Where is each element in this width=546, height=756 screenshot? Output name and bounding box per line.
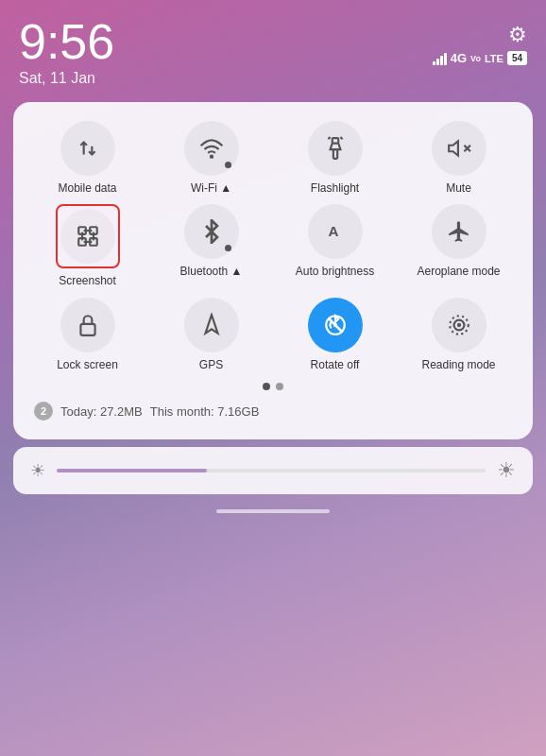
network-label: 4G (451, 51, 467, 65)
wifi-label: Wi-Fi ▲ (191, 181, 231, 195)
tile-mute[interactable]: Mute (400, 121, 518, 195)
flashlight-icon (323, 136, 348, 161)
tile-screenshot[interactable]: Screenshot (28, 204, 146, 287)
gps-icon-circle (184, 298, 239, 352)
tile-lock-screen[interactable]: Lock screen (28, 298, 146, 371)
reading-mode-icon-circle (432, 298, 486, 352)
brightness-max-icon: ☀ (497, 458, 516, 483)
screenshot-label: Screenshot (59, 274, 116, 287)
rotate-off-icon (323, 313, 348, 337)
aeroplane-label: Aeroplane mode (417, 265, 500, 278)
screenshot-icon-circle (60, 209, 115, 264)
tile-aeroplane[interactable]: Aeroplane mode (400, 204, 518, 287)
tile-gps[interactable]: GPS (152, 298, 270, 371)
svg-text:A: A (328, 224, 338, 240)
aeroplane-icon-circle (432, 204, 486, 259)
wifi-icon (199, 136, 224, 161)
svg-point-24 (456, 323, 460, 327)
lock-screen-label: Lock screen (57, 358, 118, 371)
mobile-data-label: Mobile data (58, 181, 116, 195)
lte-label: LTE (485, 53, 503, 64)
reading-mode-label: Reading mode (421, 358, 495, 371)
svg-line-5 (328, 137, 330, 139)
auto-brightness-icon-circle: A (308, 204, 363, 259)
auto-brightness-label: Auto brightness (296, 265, 374, 278)
tile-reading-mode[interactable]: Reading mode (400, 298, 518, 371)
svg-rect-4 (333, 149, 336, 159)
home-bar (0, 502, 546, 517)
flashlight-icon-circle (308, 121, 363, 176)
gps-label: GPS (199, 358, 223, 371)
brightness-bar[interactable]: ☀ ☀ (13, 447, 533, 494)
svg-line-6 (340, 137, 342, 139)
bluetooth-label: Bluetooth ▲ (180, 265, 243, 278)
lock-screen-icon (76, 313, 100, 337)
mobile-data-icon-circle (60, 121, 115, 176)
battery-indicator: 54 (507, 51, 527, 65)
mute-icon-circle (432, 121, 486, 176)
mobile-data-icon (76, 136, 100, 161)
mute-label: Mute (446, 181, 471, 195)
brightness-track[interactable] (57, 469, 486, 472)
svg-rect-18 (80, 324, 94, 335)
lock-screen-icon-circle (60, 298, 115, 352)
status-right: ⚙ 4G Vo LTE 54 (433, 17, 527, 65)
tiles-grid: Mobile data Wi-Fi ▲ (28, 121, 518, 371)
data-today: Today: 27.2MB (60, 404, 143, 419)
dot-2 (276, 383, 283, 390)
quick-settings-panel: Mobile data Wi-Fi ▲ (13, 102, 533, 439)
wifi-icon-circle (184, 121, 239, 176)
tile-auto-brightness[interactable]: A Auto brightness (276, 204, 394, 287)
dot-1 (263, 383, 270, 390)
vo-label: Vo (470, 54, 481, 63)
brightness-min-icon: ☀ (30, 460, 45, 481)
signal-icon (433, 52, 447, 65)
svg-point-2 (210, 156, 212, 158)
svg-rect-3 (332, 138, 338, 143)
data-badge: 2 (34, 402, 53, 421)
page-dots (28, 383, 518, 390)
auto-brightness-icon: A (323, 219, 348, 244)
tile-rotate-off[interactable]: Rotate off (276, 298, 394, 371)
aeroplane-icon (447, 219, 471, 244)
time-display: 9:56 (19, 17, 114, 66)
mute-icon (447, 136, 471, 161)
gps-icon (199, 313, 224, 337)
bluetooth-icon (199, 219, 224, 244)
status-icons: 4G Vo LTE 54 (433, 51, 527, 65)
flashlight-label: Flashlight (311, 181, 359, 195)
brightness-fill (57, 469, 207, 472)
reading-mode-icon (447, 313, 471, 337)
rotate-off-icon-circle (308, 298, 363, 352)
data-usage: 2 Today: 27.2MB This month: 7.16GB (28, 398, 518, 424)
data-month: This month: 7.16GB (150, 404, 260, 419)
date-display: Sat, 11 Jan (19, 70, 114, 87)
tile-wifi[interactable]: Wi-Fi ▲ (152, 121, 270, 195)
tile-flashlight[interactable]: Flashlight (276, 121, 394, 195)
home-bar-line (216, 509, 330, 513)
status-bar: 9:56 Sat, 11 Jan ⚙ 4G Vo LTE 54 (0, 0, 546, 94)
screenshot-icon (76, 224, 100, 249)
bluetooth-icon-circle (184, 204, 239, 259)
rotate-off-label: Rotate off (311, 358, 360, 371)
settings-icon[interactable]: ⚙ (508, 23, 527, 47)
tile-bluetooth[interactable]: Bluetooth ▲ (152, 204, 270, 287)
tile-mobile-data[interactable]: Mobile data (28, 121, 146, 195)
